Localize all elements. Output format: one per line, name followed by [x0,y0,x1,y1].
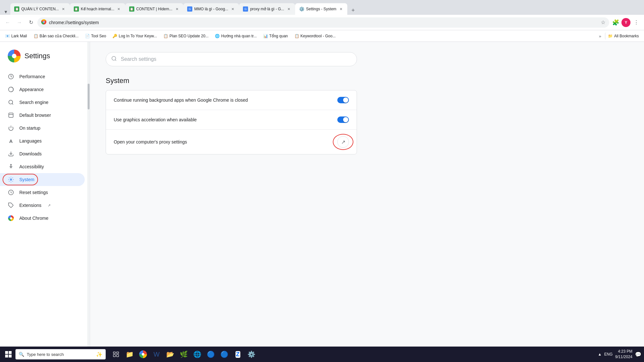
start-button[interactable] [3,348,14,360]
bookmark-plan-seo[interactable]: 📋 Plan SEO Update 20... [161,32,211,40]
background-apps-toggle-thumb [343,97,348,103]
taskbar-chevron-up[interactable]: ▲ [598,352,602,357]
profile-avatar[interactable]: Y [621,18,630,27]
taskbar-app-blue[interactable]: 🔵 [204,348,217,361]
refresh-button[interactable]: ↻ [26,17,36,28]
sidebar-item-default-browser[interactable]: Default browser [0,109,85,122]
sidebar-item-extensions[interactable]: Extensions ↗ [0,199,85,212]
more-options-button[interactable]: ⋮ [631,17,641,28]
taskbar-app-edge[interactable]: 🌐 [191,348,204,361]
sidebar-item-downloads[interactable]: Downloads [0,147,85,160]
bookmark-huong[interactable]: 🌐 Hướng nhà quan tr... [212,32,259,40]
taskbar-app-word[interactable]: W [150,348,163,361]
bookmark-icon-checklist: 📋 [34,34,38,38]
tab-favicon-3: 📋 [129,6,134,12]
bookmark-keyword[interactable]: 📋 Keywordtool - Goo... [292,32,338,40]
sidebar-item-accessibility[interactable]: Accessibility [0,160,85,173]
proxy-external-link-icon: ↗ [341,139,345,145]
svg-rect-25 [117,355,119,357]
settings-title: Settings [24,52,50,60]
settings-card: Continue running background apps when Go… [106,90,357,154]
svg-rect-19 [9,351,12,354]
tab-favicon-2: 📋 [74,6,79,12]
taskbar-search-bar[interactable]: 🔍 Type here to search ✨ [15,349,106,359]
bookmark-icon-tong: 📊 [263,34,268,38]
sidebar-scrollbar-thumb[interactable] [88,84,90,109]
tab-label-5: proxy mở là gì - G... [250,7,284,11]
sidebar-item-system[interactable]: System [0,173,85,186]
taskbar-app-chrome2[interactable]: 🔵 [218,348,231,361]
taskbar-notification[interactable]: 💬 [635,351,641,357]
tab-1[interactable]: 📋 QUẢN LÝ CONTEN... ✕ [10,3,70,15]
tab-5[interactable]: G proxy mở là gì - G... ✕ [239,3,295,15]
taskbar-app-chrome[interactable] [137,348,149,361]
search-bar[interactable]: Search settings [106,52,357,66]
bookmark-tool-seo[interactable]: 📄 Tool Seo [82,32,109,40]
accessibility-icon [8,163,14,170]
bookmark-star-icon[interactable]: ☆ [601,19,605,25]
bookmark-all[interactable]: 📁 All Bookmarks [605,32,641,40]
back-button[interactable]: ← [3,17,13,28]
bookmark-label-keyword: Keywordtool - Goo... [301,34,336,38]
taskbar-search-input[interactable]: Type here to search [27,352,64,357]
tab-expand-btn[interactable]: ▾ [3,8,9,15]
tab-label-1: QUẢN LÝ CONTEN... [21,7,59,11]
reset-settings-icon [8,189,14,196]
sidebar-item-search-engine[interactable]: Search engine [0,96,85,109]
tab-close-1[interactable]: ✕ [61,6,66,12]
graphics-toggle[interactable] [337,116,349,123]
system-icon [8,176,14,183]
bookmark-lark-mail[interactable]: 📧 Lark Mail [3,32,30,40]
taskbar-app-green[interactable]: 🌿 [177,348,190,361]
tab-close-3[interactable]: ✕ [174,6,179,12]
search-input[interactable]: Search settings [121,56,351,62]
svg-point-11 [11,164,12,165]
bookmark-tong-quan[interactable]: 📊 Tổng quan [261,32,291,40]
address-bar[interactable]: chrome://settings/system ☆ [37,17,609,28]
tab-label-4: MMO là gì - Goog... [194,7,228,11]
sidebar-label-downloads: Downloads [19,151,42,156]
svg-rect-22 [113,352,116,354]
bookmark-label-login: Log In To Your Keyw... [119,34,157,38]
tab-close-2[interactable]: ✕ [116,6,121,12]
proxy-external-link-button[interactable]: ↗ [337,136,349,148]
forward-button[interactable]: → [14,17,24,28]
tab-close-4[interactable]: ✕ [230,6,235,12]
bookmark-icon-keyword: 📋 [294,34,299,38]
svg-rect-23 [117,352,119,354]
tab-6[interactable]: ⚙️ Settings - System ✕ [295,3,347,15]
taskbar-app-settings[interactable]: ⚙️ [245,348,258,361]
tab-2[interactable]: 📋 Kế hoạch internal... ✕ [70,3,125,15]
sidebar-item-performance[interactable]: Performance [0,70,85,83]
settings-row-graphics: Use graphics acceleration when available [106,110,357,130]
languages-icon: A [8,138,14,144]
sidebar-item-languages[interactable]: A Languages [0,135,85,147]
bookmark-login[interactable]: 🔑 Log In To Your Keyw... [110,32,159,40]
sidebar-item-reset-settings[interactable]: Reset settings [0,186,85,199]
bookmark-label-lark: Lark Mail [11,34,27,38]
taskbar-app-zalo[interactable]: Z [231,348,244,361]
svg-rect-18 [5,351,8,354]
tab-4[interactable]: G MMO là gì - Goog... ✕ [183,3,239,15]
tab-close-6[interactable]: ✕ [338,6,343,12]
bookmarks-more[interactable]: » [598,33,602,39]
tab-3[interactable]: 📋 CONTENT | Hidem... ✕ [125,3,183,15]
bookmark-checklist[interactable]: 📋 Bản sao của Checkli... [31,32,81,40]
background-apps-toggle[interactable] [337,97,349,103]
sidebar-item-appearance[interactable]: Appearance [0,83,85,96]
tab-close-5[interactable]: ✕ [286,6,291,12]
tab-favicon-5: G [243,6,248,12]
about-chrome-icon [8,215,14,221]
appearance-icon [8,86,14,93]
sidebar-item-about-chrome[interactable]: About Chrome [0,212,85,225]
new-tab-button[interactable]: + [349,6,358,15]
taskview-button[interactable] [110,348,122,361]
extensions-puzzle-icon[interactable]: 🧩 [610,17,621,28]
svg-line-6 [12,103,13,104]
svg-rect-24 [113,355,116,357]
background-apps-label: Continue running background apps when Go… [114,97,337,103]
bookmark-label-all: All Bookmarks [614,34,639,38]
sidebar-item-on-startup[interactable]: On startup [0,122,85,135]
taskbar-app-file-explorer[interactable]: 📁 [123,348,136,361]
taskbar-app-files[interactable]: 📂 [164,348,177,361]
